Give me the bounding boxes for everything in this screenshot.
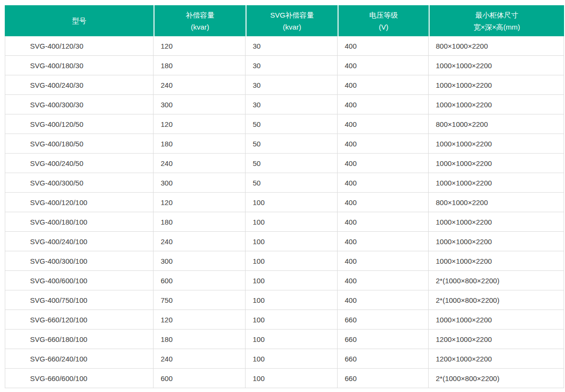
cell-compensation-capacity: 600 [154,369,246,388]
cell-voltage-level: 400 [338,36,429,56]
cell-min-cabinet-size: 1000×1000×2200 [429,251,564,271]
cell-min-cabinet-size: 1000×1000×2200 [429,56,564,75]
cell-compensation-capacity: 750 [154,290,246,310]
cell-compensation-capacity: 120 [154,114,246,134]
col-header-voltage-level-unit: (V) [339,21,429,33]
cell-compensation-capacity: 120 [154,193,246,212]
cell-compensation-capacity: 120 [154,310,246,330]
cell-voltage-level: 400 [338,290,429,310]
cell-model: SVG-400/120/30 [5,36,154,56]
table-row: SVG-660/600/1006001006602*(1000×800×2200… [5,369,564,388]
cell-min-cabinet-size: 1000×1000×2200 [429,154,564,173]
cell-svg-compensation-capacity: 100 [246,271,338,290]
table-row: SVG-400/300/1003001004001000×1000×2200 [5,251,564,271]
cell-model: SVG-660/120/100 [5,310,154,330]
cell-compensation-capacity: 240 [154,154,246,173]
cell-compensation-capacity: 600 [154,271,246,290]
cell-svg-compensation-capacity: 100 [246,369,338,388]
cell-svg-compensation-capacity: 100 [246,290,338,310]
cell-voltage-level: 400 [338,56,429,75]
cell-compensation-capacity: 180 [154,212,246,232]
cell-model: SVG-400/300/50 [5,173,154,193]
col-header-min-cabinet-size-unit: 宽×深×高(mm) [430,21,564,33]
cell-svg-compensation-capacity: 100 [246,212,338,232]
cell-voltage-level: 660 [338,349,429,369]
table-row: SVG-400/240/30240304001000×1000×2200 [5,75,564,95]
cell-voltage-level: 660 [338,310,429,330]
cell-min-cabinet-size: 1000×1000×2200 [429,95,564,114]
table-body: SVG-400/120/3012030400800×1000×2200SVG-4… [5,36,564,388]
cell-min-cabinet-size: 1000×1000×2200 [429,310,564,330]
col-header-voltage-level: 电压等级 (V) [338,5,429,36]
cell-svg-compensation-capacity: 50 [246,173,338,193]
cell-model: SVG-400/240/50 [5,154,154,173]
cell-compensation-capacity: 180 [154,330,246,349]
cell-svg-compensation-capacity: 100 [246,310,338,330]
cell-min-cabinet-size: 2*(1000×800×2200) [429,369,564,388]
table-row: SVG-660/240/1002401006601200×1000×2200 [5,349,564,369]
cell-model: SVG-660/180/100 [5,330,154,349]
cell-voltage-level: 400 [338,75,429,95]
cell-compensation-capacity: 240 [154,349,246,369]
cell-model: SVG-400/300/100 [5,251,154,271]
cell-voltage-level: 400 [338,212,429,232]
col-header-min-cabinet-size-label: 最小柜体尺寸 [430,9,564,21]
cell-model: SVG-400/120/100 [5,193,154,212]
table-row: SVG-400/120/3012030400800×1000×2200 [5,36,564,56]
cell-svg-compensation-capacity: 100 [246,330,338,349]
table-row: SVG-400/300/50300504001000×1000×2200 [5,173,564,193]
cell-compensation-capacity: 300 [154,173,246,193]
cell-voltage-level: 400 [338,232,429,251]
cell-model: SVG-400/750/100 [5,290,154,310]
cell-compensation-capacity: 120 [154,36,246,56]
cell-voltage-level: 400 [338,271,429,290]
cell-voltage-level: 400 [338,173,429,193]
cell-svg-compensation-capacity: 100 [246,251,338,271]
table-row: SVG-400/180/30180304001000×1000×2200 [5,56,564,75]
cell-svg-compensation-capacity: 30 [246,75,338,95]
cell-min-cabinet-size: 1000×1000×2200 [429,232,564,251]
table-row: SVG-400/600/1006001004002*(1000×800×2200… [5,271,564,290]
table-row: SVG-400/120/5012050400800×1000×2200 [5,114,564,134]
table-row: SVG-400/180/50180504001000×1000×2200 [5,134,564,154]
cell-model: SVG-400/600/100 [5,271,154,290]
cell-min-cabinet-size: 800×1000×2200 [429,114,564,134]
table-row: SVG-400/240/1002401004001000×1000×2200 [5,232,564,251]
cell-voltage-level: 400 [338,193,429,212]
cell-voltage-level: 400 [338,251,429,271]
cell-svg-compensation-capacity: 100 [246,349,338,369]
cell-compensation-capacity: 240 [154,75,246,95]
cell-voltage-level: 660 [338,330,429,349]
cell-min-cabinet-size: 1000×1000×2200 [429,134,564,154]
cell-voltage-level: 400 [338,114,429,134]
cell-min-cabinet-size: 800×1000×2200 [429,193,564,212]
cell-min-cabinet-size: 1200×1000×2200 [429,349,564,369]
table-row: SVG-400/240/50240504001000×1000×2200 [5,154,564,173]
cell-compensation-capacity: 300 [154,251,246,271]
col-header-svg-compensation-capacity: SVG补偿容量 (kvar) [246,5,338,36]
cell-model: SVG-400/300/30 [5,95,154,114]
col-header-model-label: 型号 [5,15,154,27]
cell-min-cabinet-size: 800×1000×2200 [429,36,564,56]
cell-min-cabinet-size: 2*(1000×800×2200) [429,271,564,290]
cell-voltage-level: 400 [338,154,429,173]
col-header-compensation-capacity-unit: (kvar) [154,21,246,33]
cell-model: SVG-400/180/50 [5,134,154,154]
cell-svg-compensation-capacity: 30 [246,56,338,75]
cell-voltage-level: 660 [338,369,429,388]
cell-model: SVG-400/240/30 [5,75,154,95]
table-header: 型号 补偿容量 (kvar) SVG补偿容量 (kvar) 电压等级 (V) 最… [5,5,564,36]
cell-compensation-capacity: 180 [154,134,246,154]
cell-min-cabinet-size: 1000×1000×2200 [429,75,564,95]
page: 型号 补偿容量 (kvar) SVG补偿容量 (kvar) 电压等级 (V) 最… [0,0,565,392]
cell-min-cabinet-size: 1000×1000×2200 [429,212,564,232]
table-row: SVG-400/120/100120100400800×1000×2200 [5,193,564,212]
col-header-voltage-level-label: 电压等级 [339,9,429,21]
table-row: SVG-400/180/1001801004001000×1000×2200 [5,212,564,232]
cell-svg-compensation-capacity: 50 [246,134,338,154]
table-row: SVG-660/180/1001801006601200×1000×2200 [5,330,564,349]
table-row: SVG-400/300/30300304001000×1000×2200 [5,95,564,114]
cell-svg-compensation-capacity: 100 [246,232,338,251]
cell-compensation-capacity: 300 [154,95,246,114]
svg-model-spec-table: 型号 补偿容量 (kvar) SVG补偿容量 (kvar) 电压等级 (V) 最… [5,5,564,388]
